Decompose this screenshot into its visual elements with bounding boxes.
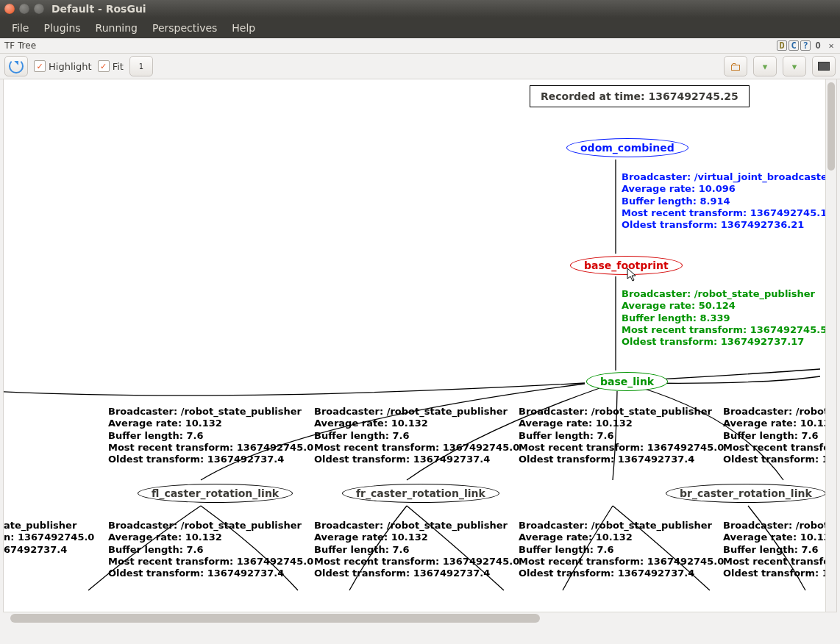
node-base-footprint[interactable]: base_footprint bbox=[570, 256, 683, 275]
tf-tree-canvas-frame: Recorded at time: 1367492745.25 odom_com… bbox=[3, 79, 837, 612]
folder-icon: 🗀 bbox=[730, 60, 741, 74]
dock-reload-button[interactable]: C bbox=[789, 40, 799, 51]
recorded-time-box: Recorded at time: 1367492745.25 bbox=[530, 85, 750, 107]
open-file-button[interactable]: 🗀 bbox=[724, 56, 747, 76]
window-minimize-button[interactable] bbox=[19, 4, 29, 14]
node-br-caster[interactable]: br_caster_rotation_link bbox=[666, 484, 826, 503]
check-icon: ✓ bbox=[98, 60, 110, 72]
horizontal-scrollbar[interactable] bbox=[3, 612, 837, 624]
edge-label-base-4: Broadcaster: /robot_ Average rate: 10.13… bbox=[723, 406, 837, 465]
menu-bar: File Plugins Running Perspectives Help bbox=[0, 18, 840, 38]
edge-label-base-3: Broadcaster: /robot_state_publisher Aver… bbox=[519, 406, 724, 465]
depth-level-value: 1 bbox=[139, 62, 143, 71]
depth-level-button[interactable]: 1 bbox=[129, 56, 153, 76]
highlight-label: Highlight bbox=[49, 61, 92, 72]
screenshot-button[interactable] bbox=[812, 56, 836, 76]
refresh-icon bbox=[9, 59, 24, 74]
edge-label-footprint: Broadcaster: /robot_state_publisher Aver… bbox=[622, 288, 833, 348]
dock-letter-d-button[interactable]: D bbox=[777, 40, 787, 51]
window-titlebar: Default - RosGui bbox=[0, 0, 840, 18]
monitor-icon bbox=[818, 62, 830, 71]
vertical-scrollbar[interactable] bbox=[825, 79, 836, 612]
node-base-link[interactable]: base_link bbox=[586, 372, 668, 391]
edge-label-lower-1: Broadcaster: /robot_state_publisher Aver… bbox=[108, 520, 313, 579]
edge-label-lower-4: Broadcaster: /robot_ Average rate: 10.13… bbox=[723, 520, 837, 579]
dock-close-button[interactable]: ✕ bbox=[825, 40, 837, 51]
menu-running[interactable]: Running bbox=[88, 22, 145, 34]
edge-label-base-1: Broadcaster: /robot_state_publisher Aver… bbox=[108, 406, 313, 465]
window-title-text: Default - RosGui bbox=[51, 3, 146, 15]
edge-label-lower-0: ate_publisher n: 1367492745.0 67492737.4 bbox=[4, 520, 94, 556]
menu-perspectives[interactable]: Perspectives bbox=[145, 22, 224, 34]
arrow-down-icon: ▾ bbox=[763, 61, 768, 72]
fit-checkbox[interactable]: ✓ Fit bbox=[98, 60, 124, 72]
dock-title: TF Tree bbox=[3, 40, 36, 51]
arrow-down-icon: ▾ bbox=[792, 61, 797, 72]
node-fr-caster[interactable]: fr_caster_rotation_link bbox=[342, 484, 499, 503]
scrollbar-thumb[interactable] bbox=[10, 614, 540, 623]
edge-label-lower-3: Broadcaster: /robot_state_publisher Aver… bbox=[519, 520, 724, 579]
save-button-2[interactable]: ▾ bbox=[783, 56, 806, 76]
menu-file[interactable]: File bbox=[4, 22, 36, 34]
fit-label: Fit bbox=[113, 61, 124, 72]
dock-help-button[interactable]: ? bbox=[800, 40, 811, 51]
node-fl-caster[interactable]: fl_caster_rotation_link bbox=[138, 484, 293, 503]
node-odom-combined[interactable]: odom_combined bbox=[566, 138, 688, 157]
window-bottom-margin bbox=[0, 624, 840, 644]
scrollbar-thumb[interactable] bbox=[827, 82, 835, 171]
tf-tree-canvas[interactable]: Recorded at time: 1367492745.25 odom_com… bbox=[4, 79, 820, 612]
window-close-button[interactable] bbox=[4, 4, 15, 14]
dock-title-strip: TF Tree D C ? O ✕ bbox=[0, 38, 840, 54]
tf-tree-toolbar: ✓ Highlight ✓ Fit 1 🗀 ▾ ▾ bbox=[0, 54, 840, 79]
save-button-1[interactable]: ▾ bbox=[753, 56, 777, 76]
refresh-button[interactable] bbox=[4, 56, 28, 76]
check-icon: ✓ bbox=[34, 60, 46, 72]
edge-label-odom: Broadcaster: /virtual_joint_broadcaster_… bbox=[622, 171, 837, 231]
edge-label-lower-2: Broadcaster: /robot_state_publisher Aver… bbox=[314, 520, 519, 579]
highlight-checkbox[interactable]: ✓ Highlight bbox=[34, 60, 92, 72]
menu-plugins[interactable]: Plugins bbox=[36, 22, 88, 34]
menu-help[interactable]: Help bbox=[224, 22, 263, 34]
edge-label-base-2: Broadcaster: /robot_state_publisher Aver… bbox=[314, 406, 519, 465]
window-maximize-button[interactable] bbox=[34, 4, 44, 14]
dock-popout-button[interactable]: O bbox=[812, 40, 824, 51]
